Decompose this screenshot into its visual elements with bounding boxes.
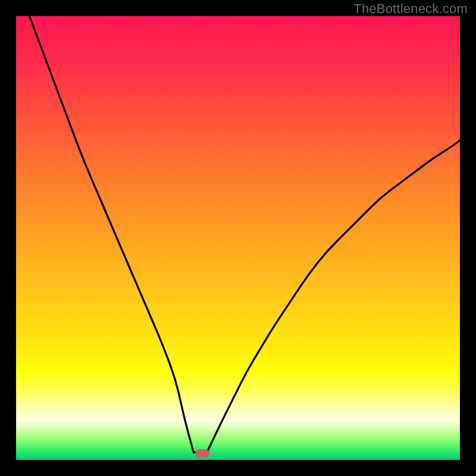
- bottleneck-curve: [16, 16, 460, 460]
- chart-frame: TheBottleneck.com: [0, 0, 476, 476]
- optimum-marker: [195, 449, 209, 458]
- plot-area: [16, 16, 460, 460]
- watermark-text: TheBottleneck.com: [353, 1, 468, 17]
